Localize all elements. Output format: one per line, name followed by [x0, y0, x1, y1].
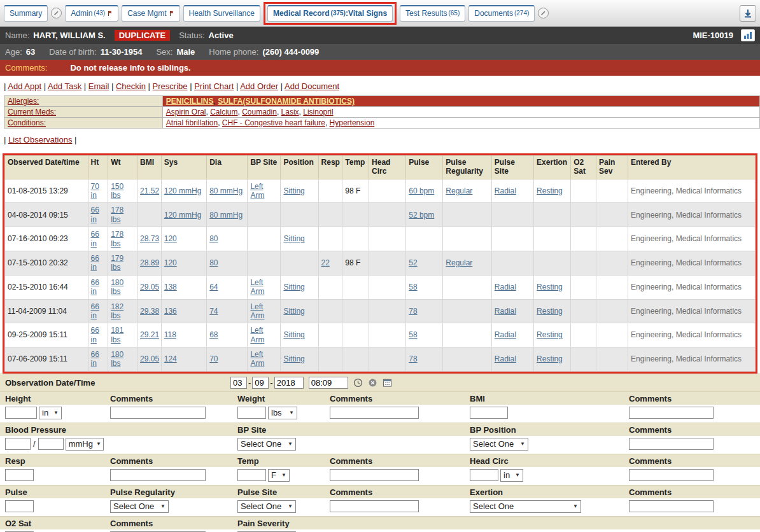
vitals-value-link[interactable]: 120 mmHg — [164, 186, 202, 195]
vitals-value-link[interactable]: 66 in — [91, 278, 99, 296]
action-link-checkin[interactable]: Checkin — [116, 81, 146, 91]
vitals-value-link[interactable]: 178 lbs — [111, 206, 123, 223]
vitals-value-link[interactable]: 182 lbs — [111, 302, 123, 320]
bp-unit-select[interactable]: mmHg▼ — [66, 438, 104, 451]
exertion-comments-input[interactable] — [629, 500, 714, 512]
list-observations-link[interactable]: List Observations — [8, 135, 72, 144]
action-link-add-task[interactable]: Add Task — [48, 81, 81, 91]
vitals-value-link[interactable]: 181 lbs — [111, 326, 123, 344]
obs-year-input[interactable] — [274, 377, 304, 389]
vitals-value-link[interactable]: Sitting — [283, 283, 304, 291]
bp-position-select[interactable]: Select One▼ — [470, 438, 528, 451]
height-unit-select[interactable]: in▼ — [39, 407, 62, 419]
vitals-value-link[interactable]: Left Arm — [250, 182, 264, 200]
vitals-value-link[interactable]: Left Arm — [250, 302, 264, 320]
vitals-value-link[interactable]: 120 mmHg — [164, 211, 202, 220]
vitals-value-link[interactable]: 28.73 — [140, 234, 159, 243]
vitals-value-link[interactable]: 180 lbs — [111, 278, 123, 296]
vitals-value-link[interactable]: Radial — [495, 330, 516, 339]
vitals-value-link[interactable]: 60 bpm — [409, 186, 434, 195]
obs-month-input[interactable] — [230, 377, 247, 389]
action-link-add-appt[interactable]: Add Appt — [8, 81, 41, 91]
obs-day-input[interactable] — [252, 377, 269, 389]
vitals-value-link[interactable]: 80 — [209, 234, 218, 243]
vitals-value-link[interactable]: 29.05 — [140, 354, 159, 363]
tab-test-results[interactable]: Test Results (65) — [400, 5, 465, 22]
medication-link[interactable]: Lasix — [281, 108, 299, 116]
vitals-value-link[interactable]: 179 lbs — [111, 254, 123, 272]
vitals-value-link[interactable]: 66 in — [91, 254, 99, 272]
vitals-value-link[interactable]: 58 — [409, 283, 417, 291]
vitals-value-link[interactable]: 150 lbs — [111, 182, 123, 200]
condition-link[interactable]: Hypertension — [330, 118, 375, 127]
vitals-value-link[interactable]: 78 — [409, 307, 417, 316]
weight-input[interactable] — [237, 407, 266, 419]
vitals-value-link[interactable]: 66 in — [91, 302, 99, 320]
vitals-value-link[interactable]: 52 — [409, 258, 417, 267]
vitals-value-link[interactable]: 28.89 — [140, 258, 159, 267]
current-meds-label-link[interactable]: Current Meds: — [8, 108, 56, 116]
calendar-icon[interactable] — [383, 378, 392, 388]
vitals-value-link[interactable]: Radial — [495, 354, 516, 363]
head-circ-unit-select[interactable]: in▼ — [500, 469, 523, 482]
vitals-value-link[interactable]: 68 — [209, 330, 218, 339]
action-link-print-chart[interactable]: Print Chart — [194, 81, 234, 91]
vitals-value-link[interactable]: 66 in — [91, 230, 99, 248]
allergies-label-link[interactable]: Allergies: — [8, 97, 39, 106]
obs-time-input[interactable] — [309, 377, 348, 389]
vitals-value-link[interactable]: Resting — [537, 283, 563, 291]
flowsheet-chart-icon[interactable] — [741, 29, 755, 41]
head-circ-comments-input[interactable] — [629, 469, 714, 481]
vitals-value-link[interactable]: 180 lbs — [111, 350, 123, 368]
vitals-value-link[interactable]: 58 — [409, 330, 417, 339]
tab-case-mgmt[interactable]: Case Mgmt — [122, 5, 179, 22]
conditions-label-link[interactable]: Conditions: — [8, 118, 46, 127]
vitals-value-link[interactable]: 70 — [209, 354, 218, 363]
temp-unit-select[interactable]: F▼ — [268, 469, 290, 482]
bp-diastolic-input[interactable] — [38, 438, 64, 450]
tab-summary[interactable]: Summary — [4, 5, 48, 22]
tab-documents[interactable]: Documents (274) — [468, 5, 535, 22]
clear-icon[interactable] — [368, 378, 377, 388]
duplicate-badge[interactable]: DUPLICATE — [115, 30, 170, 41]
vitals-value-link[interactable]: 120 — [164, 234, 177, 243]
vitals-value-link[interactable]: 80 mmHg — [209, 211, 243, 220]
vitals-value-link[interactable]: 70 in — [91, 182, 99, 200]
vitals-value-link[interactable]: Regular — [446, 186, 472, 195]
exertion-select[interactable]: Select One▼ — [470, 500, 581, 513]
bmi-input[interactable] — [470, 407, 508, 419]
vitals-value-link[interactable]: 22 — [321, 258, 330, 267]
vitals-value-link[interactable]: Regular — [446, 258, 472, 267]
bp-comments-input[interactable] — [629, 438, 714, 450]
vitals-value-link[interactable]: Sitting — [283, 330, 304, 339]
vitals-value-link[interactable]: Left Arm — [250, 326, 264, 344]
vitals-value-link[interactable]: Resting — [537, 307, 563, 316]
allergy-link[interactable]: SULFA(SULFONAMIDE ANTIBIOTICS) — [218, 97, 355, 106]
vitals-value-link[interactable]: Sitting — [283, 234, 304, 243]
bp-systolic-input[interactable] — [5, 438, 31, 450]
medication-link[interactable]: Coumadin — [242, 108, 277, 116]
vitals-value-link[interactable]: 21.52 — [140, 186, 159, 195]
vitals-value-link[interactable]: Sitting — [283, 307, 304, 316]
vitals-value-link[interactable]: 118 — [164, 330, 176, 339]
vitals-value-link[interactable]: 66 in — [91, 350, 99, 368]
allergy-link[interactable]: PENICILLINS — [166, 97, 214, 106]
resp-input[interactable] — [5, 469, 34, 481]
vitals-value-link[interactable]: 178 lbs — [111, 230, 123, 248]
vitals-value-link[interactable]: 78 — [409, 354, 417, 363]
pulse-site-select[interactable]: Select One▼ — [237, 500, 296, 513]
vitals-value-link[interactable]: 29.38 — [140, 307, 159, 316]
medication-link[interactable]: Aspirin Oral — [166, 108, 206, 116]
vitals-value-link[interactable]: Left Arm — [250, 278, 264, 296]
vitals-value-link[interactable]: 124 — [164, 354, 177, 363]
vitals-value-link[interactable]: 136 — [164, 307, 177, 316]
temp-comments-input[interactable] — [330, 469, 419, 481]
medication-link[interactable]: Lisinopril — [303, 108, 333, 116]
pulse-comments-input[interactable] — [330, 500, 419, 512]
vitals-value-link[interactable]: 120 — [164, 258, 177, 267]
pulse-input[interactable] — [5, 500, 34, 512]
head-circ-input[interactable] — [470, 469, 498, 481]
vitals-value-link[interactable]: Resting — [537, 186, 563, 195]
bmi-comments-input[interactable] — [629, 407, 714, 419]
temp-input[interactable] — [237, 469, 266, 481]
